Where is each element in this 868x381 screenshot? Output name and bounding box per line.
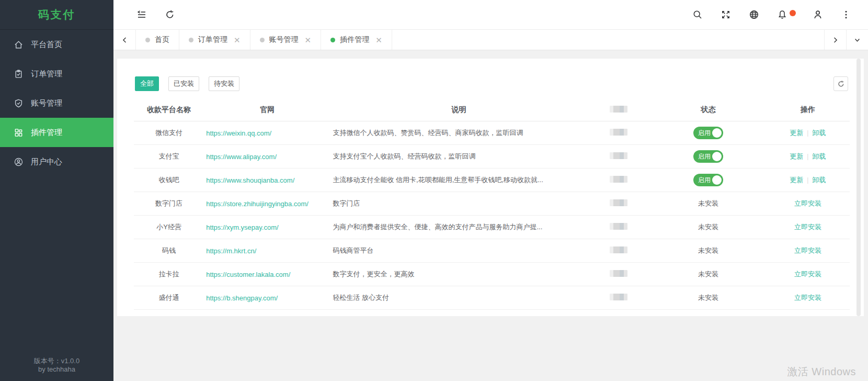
- site-link[interactable]: https://www.alipay.com/: [206, 153, 277, 161]
- redacted-block: [610, 152, 627, 159]
- uninstall-link[interactable]: 卸载: [812, 152, 826, 160]
- site-link[interactable]: https://xym.ysepay.com/: [206, 223, 278, 231]
- platform-desc: 轻松生活 放心支付: [330, 293, 587, 302]
- plugin-grid-icon: [14, 128, 24, 138]
- tab-close-icon[interactable]: ✕: [375, 36, 382, 44]
- toggle-label: 启用: [698, 152, 711, 161]
- status-not-installed: 未安装: [698, 223, 718, 231]
- status-cell: 未安装: [650, 246, 766, 255]
- platform-name: 拉卡拉: [134, 270, 204, 279]
- collapse-sidebar-icon[interactable]: [136, 9, 147, 20]
- sidebar-item-user-center[interactable]: 用户中心: [0, 147, 113, 176]
- refresh-icon: [837, 80, 845, 88]
- action-cell: 立即安装: [766, 246, 850, 255]
- sidebar-item-home[interactable]: 平台首页: [0, 30, 113, 59]
- sidebar-item-label: 插件管理: [31, 128, 62, 138]
- plugin-table-body: 微信支付https://weixin.qq.com/支持微信个人收款码、赞赏码、…: [134, 121, 850, 310]
- language-globe-icon[interactable]: [749, 9, 759, 20]
- platform-name: 码钱: [134, 246, 204, 255]
- update-link[interactable]: 更新: [790, 129, 803, 137]
- platform-desc: 数字支付，更安全，更高效: [330, 270, 587, 279]
- fullscreen-icon[interactable]: [721, 9, 731, 20]
- platform-desc: 支持支付宝个人收款码、经营码收款，监听回调: [330, 152, 587, 161]
- toggle-knob: [712, 152, 722, 161]
- redacted-block: [610, 294, 627, 300]
- tab-plugins[interactable]: 插件管理 ✕: [321, 30, 392, 50]
- sidebar-item-plugins[interactable]: 插件管理: [0, 118, 113, 147]
- install-link[interactable]: 立即安装: [794, 199, 821, 207]
- tab-label: 插件管理: [340, 35, 369, 44]
- table-refresh-button[interactable]: [833, 76, 848, 91]
- table-row: 盛付通https://b.shengpay.com/轻松生活 放心支付未安装立即…: [134, 286, 850, 310]
- sidebar-item-label: 账号管理: [31, 98, 62, 108]
- table-row: 数字门店https://store.zhihuijingyingba.com/数…: [134, 192, 850, 216]
- status-not-installed: 未安装: [698, 270, 718, 278]
- tabs-scroll-right-icon[interactable]: [824, 30, 846, 50]
- sidebar-item-accounts[interactable]: 账号管理: [0, 88, 113, 118]
- action-cell: 立即安装: [766, 270, 850, 279]
- enable-toggle[interactable]: 启用: [693, 174, 723, 186]
- status-cell: 未安装: [650, 222, 766, 232]
- sidebar: 码支付 平台首页 订单管理 账号管理 插件管理 用户中心 版本号：v1.0.0 …: [0, 0, 113, 381]
- install-link[interactable]: 立即安装: [794, 223, 821, 231]
- status-cell: 未安装: [650, 199, 766, 208]
- tabs-scroll-left-icon[interactable]: [113, 30, 136, 50]
- site-link[interactable]: https://b.shengpay.com/: [206, 294, 278, 302]
- vertical-scrollbar[interactable]: [856, 59, 861, 316]
- redacted-block: [610, 270, 627, 277]
- tab-accounts[interactable]: 账号管理 ✕: [250, 30, 322, 50]
- refresh-icon[interactable]: [165, 9, 175, 20]
- redacted-block: [610, 199, 627, 206]
- platform-name: 盛付通: [134, 293, 204, 302]
- tab-label: 首页: [155, 35, 169, 44]
- site-link[interactable]: https://customer.lakala.com/: [206, 271, 290, 278]
- table-header-row: 收款平台名称 官网 说明 状态 操作: [134, 98, 850, 121]
- tab-home[interactable]: 首页: [136, 30, 179, 50]
- filter-installed-button[interactable]: 已安装: [168, 76, 199, 91]
- status-cell: 未安装: [650, 293, 766, 302]
- sidebar-item-label: 用户中心: [31, 157, 62, 167]
- filter-pending-button[interactable]: 待安装: [209, 76, 239, 91]
- profile-icon[interactable]: [813, 9, 823, 20]
- update-link[interactable]: 更新: [790, 176, 803, 184]
- tab-close-icon[interactable]: ✕: [234, 36, 241, 44]
- toggle-knob: [712, 128, 722, 138]
- install-link[interactable]: 立即安装: [794, 294, 821, 301]
- tab-close-icon[interactable]: ✕: [305, 36, 312, 44]
- plugin-table: 收款平台名称 官网 说明 状态 操作 微信支付https://weixin.qq…: [134, 98, 850, 310]
- topbar: [113, 0, 868, 30]
- redacted-block: [610, 223, 627, 230]
- col-header-desc: 说明: [330, 105, 587, 115]
- site-link[interactable]: https://www.shouqianba.com/: [206, 176, 294, 184]
- status-cell: 启用: [650, 127, 766, 139]
- more-menu-icon[interactable]: [841, 9, 851, 20]
- site-link[interactable]: https://weixin.qq.com/: [206, 129, 271, 137]
- filter-all-button[interactable]: 全部: [135, 76, 159, 91]
- uninstall-link[interactable]: 卸载: [812, 176, 826, 184]
- enable-toggle[interactable]: 启用: [693, 127, 723, 139]
- site-link[interactable]: https://m.hkrt.cn/: [206, 247, 256, 255]
- tab-label: 订单管理: [198, 35, 227, 44]
- tabs-menu-chevron-down-icon[interactable]: [846, 30, 868, 50]
- table-row: 码钱https://m.hkrt.cn/码钱商管平台未安装立即安装: [134, 239, 850, 263]
- site-link[interactable]: https://store.zhihuijingyingba.com/: [206, 200, 309, 208]
- table-row: 支付宝https://www.alipay.com/支持支付宝个人收款码、经营码…: [134, 145, 850, 169]
- sidebar-item-orders[interactable]: 订单管理: [0, 59, 113, 88]
- platform-name: 小Y经营: [134, 222, 204, 232]
- enable-toggle[interactable]: 启用: [693, 150, 723, 163]
- notifications-bell-icon[interactable]: [777, 9, 787, 20]
- update-link[interactable]: 更新: [790, 152, 803, 160]
- platform-desc: 主流移动支付全能收 信用卡,花呗都能用,生意帮手收钱吧,移动收款就...: [330, 175, 587, 185]
- col-header-name: 收款平台名称: [134, 105, 204, 115]
- toggle-label: 启用: [698, 176, 711, 185]
- main-content: 全部 已安装 待安装 收款平台名称 官网 说明 状态 操作 微信支付https:…: [113, 50, 868, 381]
- uninstall-link[interactable]: 卸载: [812, 129, 826, 137]
- notification-dot: [790, 10, 796, 16]
- version-text: 版本号：v1.0.0: [0, 357, 113, 365]
- install-link[interactable]: 立即安装: [794, 246, 821, 254]
- user-icon: [14, 157, 24, 167]
- search-icon[interactable]: [692, 9, 703, 20]
- tab-orders[interactable]: 订单管理 ✕: [179, 30, 250, 50]
- order-icon: [14, 69, 24, 79]
- install-link[interactable]: 立即安装: [794, 270, 821, 278]
